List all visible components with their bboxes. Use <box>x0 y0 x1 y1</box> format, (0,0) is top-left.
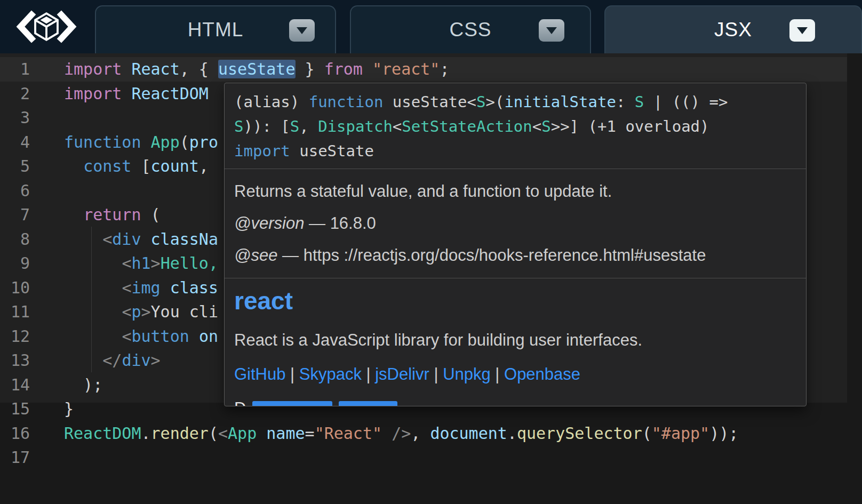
code-token: < <box>393 117 402 135</box>
code-token <box>189 327 199 346</box>
chevron-down-icon <box>797 27 808 34</box>
code-token: img <box>131 278 160 297</box>
tab-html-dropdown-button[interactable] <box>289 19 315 42</box>
code-line-text[interactable]: <h1>Hello, <box>30 251 218 276</box>
link-separator: | <box>285 365 299 383</box>
code-token <box>122 84 131 103</box>
code-token: useState <box>290 142 374 160</box>
code-line-text[interactable] <box>30 106 64 130</box>
code-token <box>141 133 151 151</box>
tab-css[interactable]: CSS <box>350 5 591 53</box>
tab-html[interactable]: HTML <box>95 5 336 53</box>
code-line-text[interactable]: const [count, <box>30 154 209 179</box>
link-separator: | <box>429 365 443 383</box>
line-number: 5 <box>0 154 30 179</box>
code-line-text[interactable]: </div> <box>30 348 161 373</box>
line-number: 14 <box>0 373 30 397</box>
package-link-unpkg[interactable]: Unpkg <box>443 365 491 383</box>
tab-jsx-dropdown-button[interactable] <box>789 19 815 42</box>
code-token: )); <box>709 424 738 443</box>
see-tag: @see <box>234 246 277 265</box>
code-line-text[interactable]: import ReactDOM <box>30 82 209 106</box>
code-token <box>64 278 122 297</box>
code-token: < <box>218 424 228 443</box>
code-token <box>161 278 170 297</box>
code-token: ( <box>642 424 652 443</box>
code-line-text[interactable] <box>30 179 64 203</box>
code-line-text[interactable]: import React, { useState } from "react"; <box>30 57 450 82</box>
code-token: render <box>151 424 209 443</box>
code-token: "react" <box>372 60 440 78</box>
code-token <box>257 424 266 443</box>
chevron-down-icon <box>297 27 307 34</box>
clipped-link-fragment <box>252 401 332 406</box>
code-line-text[interactable]: ReactDOM.render(<App name="React" />, do… <box>30 421 738 446</box>
code-token: pro <box>189 133 218 151</box>
line-number: 3 <box>0 106 30 130</box>
tab-jsx[interactable]: JSX <box>604 5 862 53</box>
code-line-text[interactable]: ); <box>30 373 102 397</box>
code-line-text[interactable] <box>30 445 64 470</box>
code-token: SetStateAction <box>402 117 532 135</box>
code-token: const <box>83 157 131 175</box>
code-token: p <box>131 302 141 321</box>
code-line-text[interactable]: <button on <box>30 324 218 349</box>
code-line-text[interactable]: <img class <box>30 276 218 300</box>
code-line-text[interactable]: function App(pro <box>30 130 218 155</box>
package-link-skypack[interactable]: Skypack <box>299 365 362 383</box>
signature-line: import useState <box>234 139 796 163</box>
code-token: S <box>635 93 644 111</box>
see-value: — https ://reactjs.org/docs/hooks-refere… <box>277 246 706 265</box>
code-token: React <box>131 60 179 78</box>
code-token: > <box>141 302 151 321</box>
line-number: 2 <box>0 82 30 106</box>
code-token: ( <box>141 205 161 224</box>
package-link-jsdelivr[interactable]: jsDelivr <box>375 365 429 383</box>
code-line-text[interactable]: <div classNa <box>30 227 218 252</box>
code-token: initialState <box>504 93 616 111</box>
code-token <box>141 230 151 249</box>
code-token: import <box>64 60 122 78</box>
code-token: : <box>616 93 635 111</box>
code-token: "React" <box>315 424 382 443</box>
code-cube-logo-icon <box>13 6 79 47</box>
chevron-down-icon <box>546 27 557 34</box>
package-link-github[interactable]: GitHub <box>234 365 285 383</box>
line-number: 7 <box>0 203 30 227</box>
package-name-link[interactable]: react <box>234 287 796 315</box>
code-token: button <box>131 327 189 346</box>
link-separator: | <box>362 365 375 383</box>
code-cube-logo[interactable] <box>12 6 81 47</box>
hover-see-line: @see — https ://reactjs.org/docs/hooks-r… <box>234 245 796 266</box>
code-line[interactable]: 1import React, { useState } from "react"… <box>0 57 847 82</box>
tab-css-label: CSS <box>449 19 491 41</box>
package-link-openbase[interactable]: Openbase <box>504 365 580 383</box>
code-token: div <box>122 351 150 370</box>
code-line[interactable]: 17 <box>0 445 847 470</box>
code-token <box>64 302 122 321</box>
code-token: [ <box>131 157 150 175</box>
code-token: document <box>430 424 507 443</box>
code-line-text[interactable]: } <box>30 397 74 421</box>
line-number: 17 <box>0 445 30 470</box>
line-number: 6 <box>0 179 30 203</box>
code-token: > <box>151 254 161 273</box>
hover-docs: Returns a stateful value, and a function… <box>225 169 806 278</box>
line-number: 16 <box>0 421 30 446</box>
code-token: < <box>122 302 131 321</box>
code-token: name <box>266 424 305 443</box>
code-token: on <box>199 327 218 346</box>
package-links: GitHub | Skypack | jsDelivr | Unpkg | Op… <box>234 364 796 385</box>
line-number: 8 <box>0 227 30 252</box>
code-line[interactable]: 16ReactDOM.render(<App name="React" />, … <box>0 421 847 446</box>
code-token: App <box>228 424 257 443</box>
clipped-link-fragment <box>339 401 397 406</box>
line-number: 1 <box>0 57 30 82</box>
code-token: ( <box>209 424 218 443</box>
code-token: import <box>234 142 290 160</box>
tab-css-dropdown-button[interactable] <box>539 19 564 42</box>
code-token: (alias) <box>234 93 309 111</box>
code-line-text[interactable]: <p>You cli <box>30 300 218 324</box>
code-token: > <box>151 351 161 370</box>
code-line-text[interactable]: return ( <box>30 203 161 227</box>
